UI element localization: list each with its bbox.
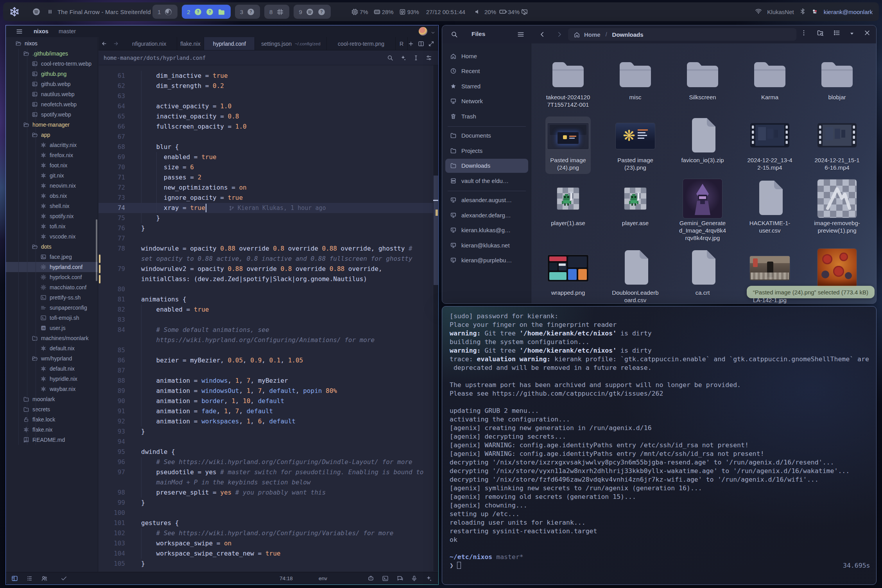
tree-item-github.png[interactable]: github.png (6, 69, 98, 79)
tree-item-dots[interactable]: dots (6, 242, 98, 252)
editor-controls-icon[interactable] (426, 55, 432, 61)
breadcrumb[interactable]: home-manager/dots/hyprland.conf (104, 55, 206, 61)
tree-item-home-manager[interactable]: home-manager (6, 120, 98, 130)
sidebar-item-Recent[interactable]: Recent (445, 64, 528, 78)
disk-module[interactable]: 93% (399, 8, 419, 16)
sidebar-item-kieran@klukas.net[interactable]: kieran@klukas.net (445, 238, 528, 252)
tree-item-flake.nix[interactable]: flake.nix (6, 425, 98, 435)
project-name[interactable]: nixos (34, 28, 48, 34)
tree-item-alacritty.nix[interactable]: alacritty.nix (6, 140, 98, 150)
pause-icon[interactable] (47, 9, 53, 15)
tree-item-app[interactable]: app (6, 130, 98, 140)
workspace-2[interactable]: 2?? (182, 5, 230, 19)
tree-item-default.nix[interactable]: default.nix (6, 343, 98, 353)
sidebar-item-Trash[interactable]: Trash (445, 109, 528, 123)
tree-item-machinesmoonlark[interactable]: machines/moonlark (6, 333, 98, 343)
sidebar-item-Projects[interactable]: Projects (445, 143, 528, 158)
search-icon[interactable] (451, 31, 458, 38)
tree-item-waybar.nix[interactable]: waybar.nix (6, 384, 98, 394)
home-icon[interactable] (574, 31, 580, 38)
forward-icon[interactable] (556, 31, 563, 38)
tree-item-face.jpeg[interactable]: face.jpeg (6, 252, 98, 262)
copilot-icon[interactable] (368, 575, 374, 582)
workspace-1[interactable]: 1 (152, 5, 177, 19)
cpu-module[interactable]: 7% (351, 8, 368, 16)
workspace-9[interactable]: 9? (294, 5, 330, 19)
outline-icon[interactable] (26, 575, 33, 582)
new-tab-icon[interactable] (408, 41, 414, 47)
nixos-logo-icon[interactable] (9, 7, 20, 17)
tree-item-github.webp[interactable]: github.webp (6, 79, 98, 89)
volume-module[interactable]: 20% (474, 2, 496, 21)
check-icon[interactable] (61, 575, 67, 582)
sidebar-item-Home[interactable]: Home (445, 49, 528, 63)
tree-item-nautilus.webp[interactable]: nautilus.webp (6, 89, 98, 99)
terminal-icon[interactable] (382, 575, 389, 582)
assistant-icon[interactable] (400, 55, 406, 61)
terminal-window[interactable]: [sudo] password for kierank:Place your f… (442, 306, 877, 585)
sidebar-scrollbar[interactable] (96, 219, 97, 281)
kebab-menu-icon[interactable] (800, 29, 807, 36)
people-icon[interactable] (41, 575, 48, 582)
tab-nfiguration.nix[interactable]: nfiguration.nix (122, 37, 177, 50)
nav-forward-icon[interactable] (110, 37, 122, 50)
avatar[interactable] (419, 27, 427, 36)
tree-item-obs.nix[interactable]: obs.nix (6, 191, 98, 201)
tree-item-README.md[interactable]: README.md (6, 435, 98, 445)
search-icon[interactable] (387, 55, 393, 61)
tree-item-default.nix[interactable]: default.nix (6, 364, 98, 374)
tree-item-tofi-emoji.sh[interactable]: tofi-emoji.sh (6, 313, 98, 323)
tree-item-vscode.nix[interactable]: vscode.nix (6, 231, 98, 242)
tree-item-cool-retro-term.webp[interactable]: cool-retro-term.webp (6, 59, 98, 69)
sidebar-menu-icon[interactable] (517, 31, 524, 38)
sidebar-item-kieran@purplebu[interactable]: kieran@purplebu… (445, 253, 528, 267)
tree-item-hyprland.conf[interactable]: hyprland.conf (6, 262, 98, 272)
menu-icon[interactable] (16, 28, 23, 35)
tree-item-neofetch.webp[interactable]: neofetch.webp (6, 99, 98, 109)
sidebar-item-Downloads[interactable]: Downloads (445, 159, 528, 173)
tree-item-hypridle.nix[interactable]: hypridle.nix (6, 374, 98, 384)
tab-settings.json[interactable]: settings.json~/.config/zed (255, 37, 327, 50)
network-name[interactable]: KlukasNet (767, 9, 794, 15)
tree-item-wmhyprland[interactable]: wm/hyprland (6, 353, 98, 364)
git-branch[interactable]: master (59, 28, 76, 34)
tree-item-neovim.nix[interactable]: neovim.nix (6, 181, 98, 191)
tree-item-nixos[interactable]: nixos (6, 38, 98, 48)
tree-item-secrets[interactable]: secrets (6, 404, 98, 414)
bluetooth-icon[interactable] (799, 8, 806, 16)
tray-icon[interactable] (811, 8, 819, 16)
tree-item-moonlark[interactable]: moonlark (6, 394, 98, 404)
inline-assist-icon[interactable] (413, 55, 419, 61)
tree-item-tofi.nix[interactable]: tofi.nix (6, 221, 98, 231)
workspace-3[interactable]: 3? (235, 5, 260, 19)
split-pane-icon[interactable] (418, 41, 424, 47)
tree-item-hyprlock.conf[interactable]: hyprlock.conf (6, 272, 98, 282)
idle-inhibitor-icon[interactable] (521, 8, 528, 16)
tab-flake.nix[interactable]: flake.nix (177, 37, 204, 50)
view-chevron-icon[interactable] (850, 30, 854, 35)
mic-icon[interactable] (411, 575, 418, 582)
panel-icon[interactable] (11, 575, 18, 582)
prompt-input-line[interactable]: ❯34.695s (450, 561, 869, 570)
tree-item-foot.nix[interactable]: foot.nix (6, 160, 98, 170)
breadcrumb-current[interactable]: Downloads (612, 31, 644, 38)
tree-item-prettify-ss.sh[interactable]: prettify-ss.sh (6, 292, 98, 303)
close-icon[interactable] (864, 29, 871, 36)
media-title[interactable]: The Final Arrow - Marc Streitenfeld (57, 9, 151, 15)
code-editor[interactable]: 61 dim_inactive = true62 dim_strength = … (99, 65, 438, 571)
wifi-icon[interactable] (755, 8, 762, 16)
cursor-position[interactable]: 74:18 (280, 575, 301, 581)
sparkle-icon[interactable] (425, 575, 432, 582)
tree-item-spotify.nix[interactable]: spotify.nix (6, 211, 98, 221)
sidebar-item-alexander.defarg[interactable]: alexander.defarg… (445, 208, 528, 222)
list-view-icon[interactable] (833, 29, 840, 36)
chat-icon[interactable] (396, 575, 403, 582)
tree-item-spotify.webp[interactable]: spotify.webp (6, 109, 98, 120)
tree-item-flake.lock[interactable]: flake.lock (6, 414, 98, 425)
tab-cool-retro-term.png[interactable]: cool-retro-term.png (327, 37, 396, 50)
sidebar-item-alesander.august[interactable]: alesander.august… (445, 193, 528, 207)
env-indicator[interactable]: env (319, 575, 333, 581)
editor-scrollbar[interactable] (433, 65, 438, 571)
tree-item-shell.nix[interactable]: shell.nix (6, 201, 98, 211)
scrollbar-thumb[interactable] (434, 176, 438, 285)
